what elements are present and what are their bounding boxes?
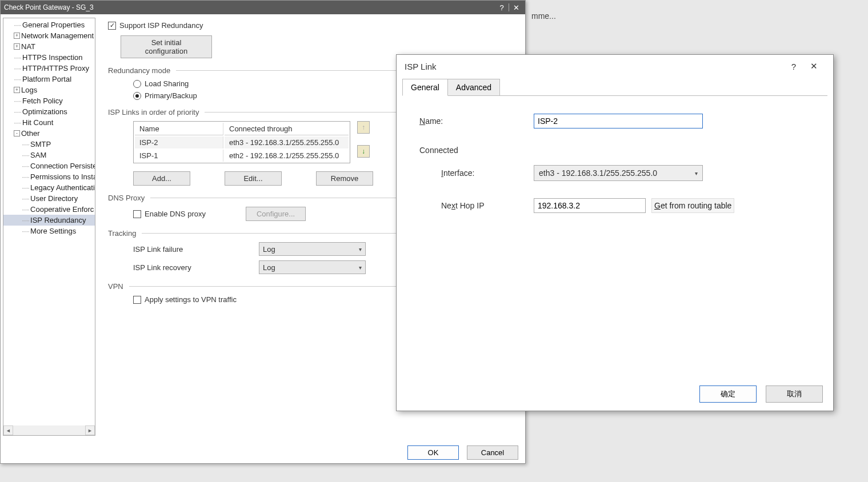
tree-scrollbar[interactable]: ◄ ► (3, 425, 95, 435)
tab-general[interactable]: General (402, 79, 448, 96)
tree-item[interactable]: ·····SMTP (3, 139, 95, 150)
enable-dns-label: Enable DNS proxy (145, 210, 206, 218)
redundancy-header: Redundancy mode (108, 66, 170, 75)
scroll-right-icon[interactable]: ► (85, 425, 95, 435)
close-icon[interactable]: ✕ (510, 2, 522, 13)
tree-item[interactable]: ·····Platform Portal (3, 74, 95, 85)
set-initial-config-button[interactable]: Set initial configuration (121, 35, 212, 58)
tree-connector: ····· (14, 107, 21, 116)
chevron-down-icon: ▾ (359, 264, 362, 271)
isp-links-table[interactable]: Name Connected through ISP-2eth3 - 192.1… (133, 121, 350, 163)
collapse-icon[interactable]: - (14, 130, 20, 136)
tree-connector: ····· (22, 216, 29, 224)
tree-item[interactable]: +Logs (3, 85, 95, 95)
tree-item-label: Connection Persiste (30, 162, 95, 170)
cancel-button[interactable]: Cancel (467, 445, 518, 460)
get-from-routing-table-button[interactable]: Get from routing table (651, 198, 734, 213)
next-hop-label: Next Hop IP (419, 201, 534, 210)
tree-connector: ····· (14, 53, 21, 62)
tree-item-label: User Directory (30, 194, 78, 203)
tree-item-label: Logs (21, 86, 37, 94)
isp-titlebar[interactable]: ISP Link ? ✕ (397, 55, 833, 78)
dns-proxy-header: DNS Proxy (108, 194, 145, 202)
load-sharing-label: Load Sharing (145, 79, 189, 88)
tree-item[interactable]: ·····HTTPS Inspection (3, 52, 95, 63)
cancel-button[interactable]: 取消 (766, 385, 823, 403)
expand-icon[interactable]: + (14, 33, 20, 39)
tree-item[interactable]: ·····General Properties (3, 19, 95, 30)
table-row[interactable]: ISP-1eth2 - 192.168.2.1/255.255.255.0 (135, 150, 349, 162)
tracking-header: Tracking (108, 229, 136, 238)
tree-item-label: HTTP/HTTPS Proxy (22, 64, 89, 73)
enable-dns-checkbox[interactable] (133, 210, 141, 218)
link-recovery-select[interactable]: Log ▾ (259, 260, 366, 274)
apply-vpn-checkbox[interactable] (133, 296, 141, 304)
tree-item-label: Other (21, 129, 40, 138)
tree-connector: ····· (22, 151, 29, 159)
tree-connector: ····· (14, 64, 21, 73)
gateway-titlebar[interactable]: Check Point Gateway - SG_3 ? ✕ (1, 1, 525, 14)
tree-item-label: Optimizations (22, 107, 67, 116)
apply-vpn-label: Apply settings to VPN traffic (145, 295, 237, 304)
interface-select[interactable]: eth3 - 192.168.3.1/255.255.255.0 ▾ (534, 165, 703, 181)
tree-item[interactable]: ·····Hit Count (3, 117, 95, 128)
primary-backup-radio[interactable] (133, 92, 141, 100)
tree-item[interactable]: ·····User Directory (3, 193, 95, 204)
expand-icon[interactable]: + (14, 43, 20, 50)
gateway-title: Check Point Gateway - SG_3 (4, 3, 496, 11)
col-name[interactable]: Name (135, 123, 223, 135)
close-icon[interactable]: ✕ (802, 61, 825, 71)
remove-button[interactable]: Remove (316, 171, 373, 186)
tree-connector: ····· (22, 205, 29, 214)
background-hint: mme... (531, 11, 556, 21)
isp-title: ISP Link (405, 62, 785, 71)
move-up-button[interactable]: ↑ (357, 121, 370, 134)
tree-item[interactable]: ·····Cooperative Enforc (3, 204, 95, 215)
col-connected[interactable]: Connected through (225, 123, 349, 135)
tree-item[interactable]: ·····SAM (3, 150, 95, 160)
support-isp-checkbox[interactable]: ✓ (108, 22, 116, 30)
tree-item-label: Network Management (21, 31, 94, 40)
tree-connector: ····· (22, 227, 29, 235)
tab-advanced[interactable]: Advanced (447, 79, 500, 96)
name-input[interactable] (534, 114, 703, 128)
expand-icon[interactable]: + (14, 87, 20, 93)
help-icon[interactable]: ? (785, 62, 802, 71)
vpn-header: VPN (108, 282, 123, 291)
tree-item-label: ISP Redundancy (30, 216, 86, 224)
tree-item[interactable]: ·····Optimizations (3, 106, 95, 117)
tree-item[interactable]: ·····Connection Persiste (3, 160, 95, 171)
ok-button[interactable]: OK (407, 445, 459, 460)
tree-item[interactable]: -Other (3, 128, 95, 139)
scroll-track[interactable] (13, 425, 85, 435)
scroll-left-icon[interactable]: ◄ (3, 425, 13, 435)
tree-item[interactable]: ·····HTTP/HTTPS Proxy (3, 63, 95, 74)
tree-item[interactable]: ·····Fetch Policy (3, 95, 95, 106)
link-failure-select[interactable]: Log ▾ (259, 242, 366, 256)
cell-name: ISP-2 (135, 136, 223, 148)
add-button[interactable]: Add... (133, 171, 190, 186)
tree-item[interactable]: ·····Legacy Authenticati (3, 182, 95, 193)
move-down-button[interactable]: ↓ (357, 145, 370, 158)
help-icon[interactable]: ? (496, 2, 507, 13)
primary-backup-label: Primary/Backup (145, 91, 197, 100)
link-failure-value: Log (263, 245, 275, 254)
tree-connector: ····· (22, 194, 29, 203)
edit-button[interactable]: Edit... (225, 171, 282, 186)
table-row[interactable]: ISP-2eth3 - 192.168.3.1/255.255.255.0 (135, 136, 349, 148)
tree-item[interactable]: +Network Management (3, 30, 95, 41)
tree-connector: ····· (22, 172, 29, 181)
tree-item[interactable]: +NAT (3, 41, 95, 52)
tree-item[interactable]: ·····More Settings (3, 226, 95, 236)
tree-connector: ····· (14, 97, 21, 105)
tree-connector: ····· (14, 75, 21, 83)
tree-item[interactable]: ·····ISP Redundancy (3, 215, 95, 226)
ok-button[interactable]: 确定 (699, 385, 757, 403)
cell-connected: eth3 - 192.168.3.1/255.255.255.0 (225, 136, 349, 148)
load-sharing-radio[interactable] (133, 80, 141, 88)
nav-tree[interactable]: ·····General Properties+Network Manageme… (3, 18, 95, 436)
isp-links-header: ISP Links in order of priority (108, 108, 199, 117)
tree-item[interactable]: ·····Permissions to Insta (3, 171, 95, 182)
next-hop-input[interactable] (534, 198, 646, 213)
cell-name: ISP-1 (135, 150, 223, 162)
